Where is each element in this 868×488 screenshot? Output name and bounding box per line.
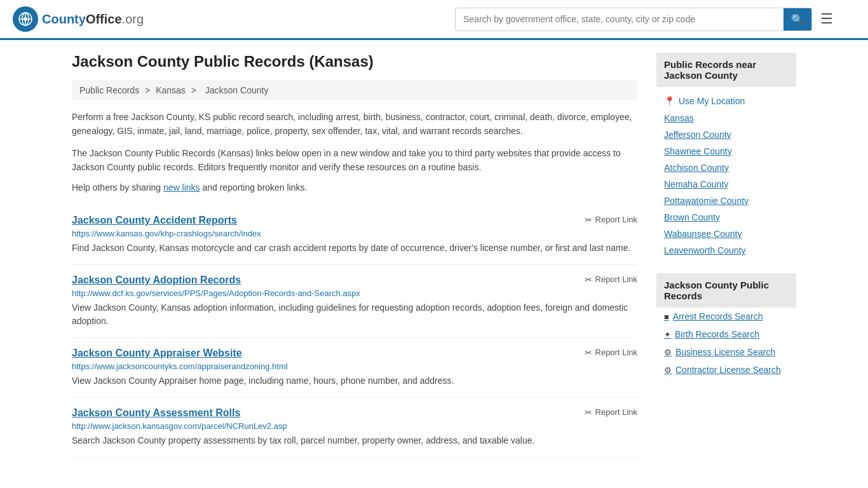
nearby-link-1[interactable]: Jefferson County: [656, 126, 796, 143]
logo-text: CountyOffice.org: [42, 12, 144, 27]
sidebar-record-label-2: Business License Search: [675, 347, 775, 357]
record-desc-2: View Jackson County Appraiser home page,…: [72, 374, 637, 388]
hamburger-icon: ☰: [820, 11, 833, 27]
search-input[interactable]: [456, 8, 783, 30]
report-icon-1: ✂: [585, 274, 592, 285]
nearby-link-3[interactable]: Atchison County: [656, 159, 796, 176]
sidebar-record-label-0: Arrest Records Search: [673, 311, 763, 322]
sidebar-record-3[interactable]: ⚙ Contractor License Search: [656, 361, 796, 379]
intro-paragraph-2: The Jackson County Public Records (Kansa…: [72, 146, 637, 175]
record-url-1[interactable]: http://www.dcf.ks.gov/services/PPS/Pages…: [72, 288, 637, 298]
sidebar: Public Records near Jackson County 📍 Use…: [656, 53, 796, 458]
records-list: Jackson County Accident Reports ✂ Report…: [72, 205, 637, 458]
location-icon: 📍: [664, 96, 675, 106]
nearby-link-4[interactable]: Nemaha County: [656, 176, 796, 193]
record-header: Jackson County Assessment Rolls ✂ Report…: [72, 407, 637, 419]
sidebar-record-icon-3: ⚙: [664, 365, 672, 375]
page-title: Jackson County Public Records (Kansas): [72, 53, 637, 71]
sidebar-record-icon-0: ■: [664, 312, 669, 322]
nearby-title: Public Records near Jackson County: [656, 53, 796, 87]
sidebar-records-list: ■ Arrest Records Search ✦ Birth Records …: [656, 308, 796, 379]
breadcrumb: Public Records > Kansas > Jackson County: [72, 80, 637, 100]
breadcrumb-sep1: >: [145, 85, 153, 95]
nearby-link-2[interactable]: Shawnee County: [656, 143, 796, 159]
record-title-0[interactable]: Jackson County Accident Reports: [72, 215, 237, 226]
records-section: Jackson County Public Records ■ Arrest R…: [656, 273, 796, 379]
record-url-3[interactable]: http://www.jackson.kansasgov.com/parcel/…: [72, 421, 637, 431]
content-area: Jackson County Public Records (Kansas) P…: [72, 53, 637, 458]
report-link-2[interactable]: ✂ Report Link: [585, 348, 637, 358]
sidebar-record-label-3: Contractor License Search: [675, 365, 781, 375]
breadcrumb-sep2: >: [191, 85, 199, 95]
menu-button[interactable]: ☰: [817, 8, 836, 30]
sidebar-record-icon-1: ✦: [664, 330, 671, 339]
record-header: Jackson County Appraiser Website ✂ Repor…: [72, 348, 637, 359]
help-text: Help others by sharing new links and rep…: [72, 182, 637, 193]
breadcrumb-public-records[interactable]: Public Records: [79, 85, 139, 95]
help-text-suffix: and reporting broken links.: [202, 182, 307, 193]
record-item: Jackson County Assessment Rolls ✂ Report…: [72, 398, 637, 458]
record-desc-3: Search Jackson County property assessmen…: [72, 434, 637, 447]
help-text-prefix: Help others by sharing: [72, 182, 161, 193]
report-link-1[interactable]: ✂ Report Link: [585, 274, 637, 285]
new-links-link[interactable]: new links: [163, 182, 200, 193]
record-desc-0: Find Jackson County, Kansas motorcycle a…: [72, 241, 637, 255]
report-icon-2: ✂: [585, 348, 592, 358]
svg-point-5: [24, 17, 27, 21]
nearby-link-0[interactable]: Kansas: [656, 110, 796, 126]
report-icon-0: ✂: [585, 215, 592, 225]
intro-paragraph-1: Perform a free Jackson County, KS public…: [72, 110, 637, 139]
record-title-3[interactable]: Jackson County Assessment Rolls: [72, 407, 240, 419]
records-sidebar-title: Jackson County Public Records: [656, 273, 796, 308]
record-title-2[interactable]: Jackson County Appraiser Website: [72, 348, 242, 359]
use-my-location[interactable]: 📍 Use My Location: [656, 92, 796, 110]
report-icon-3: ✂: [585, 407, 592, 417]
header: CountyOffice.org 🔍 ☰: [0, 0, 868, 40]
report-link-0[interactable]: ✂ Report Link: [585, 215, 637, 225]
search-area: 🔍 ☰: [455, 8, 836, 31]
record-header: Jackson County Adoption Records ✂ Report…: [72, 274, 637, 286]
record-header: Jackson County Accident Reports ✂ Report…: [72, 215, 637, 226]
search-icon: 🔍: [791, 14, 804, 25]
nearby-link-6[interactable]: Brown County: [656, 209, 796, 226]
sidebar-record-label-1: Birth Records Search: [675, 329, 759, 339]
record-item: Jackson County Adoption Records ✂ Report…: [72, 265, 637, 338]
logo-area: CountyOffice.org: [13, 6, 144, 32]
nearby-content: 📍 Use My Location KansasJefferson County…: [656, 87, 796, 264]
breadcrumb-kansas[interactable]: Kansas: [156, 85, 186, 95]
record-desc-1: View Jackson County, Kansas adoption inf…: [72, 301, 637, 328]
nearby-link-7[interactable]: Wabaunsee County: [656, 226, 796, 242]
report-link-3[interactable]: ✂ Report Link: [585, 407, 637, 417]
record-url-0[interactable]: https://www.kansas.gov/khp-crashlogs/sea…: [72, 229, 637, 238]
record-item: Jackson County Appraiser Website ✂ Repor…: [72, 338, 637, 398]
sidebar-record-2[interactable]: ⚙ Business License Search: [656, 343, 796, 361]
sidebar-record-0[interactable]: ■ Arrest Records Search: [656, 308, 796, 325]
nearby-link-8[interactable]: Leavenworth County: [656, 242, 796, 259]
use-my-location-label: Use My Location: [679, 96, 745, 106]
record-title-1[interactable]: Jackson County Adoption Records: [72, 274, 241, 286]
breadcrumb-jackson-county: Jackson County: [205, 85, 269, 95]
nearby-section: Public Records near Jackson County 📍 Use…: [656, 53, 796, 264]
search-button[interactable]: 🔍: [783, 8, 811, 30]
record-item: Jackson County Accident Reports ✂ Report…: [72, 205, 637, 265]
record-url-2[interactable]: https://www.jacksoncountyks.com/appraise…: [72, 362, 637, 371]
main-layout: Jackson County Public Records (Kansas) P…: [59, 40, 809, 470]
logo-icon: [13, 6, 38, 32]
sidebar-record-icon-2: ⚙: [664, 348, 672, 357]
nearby-links-list: KansasJefferson CountyShawnee CountyAtch…: [656, 110, 796, 259]
sidebar-record-1[interactable]: ✦ Birth Records Search: [656, 325, 796, 343]
nearby-link-5[interactable]: Pottawatomie County: [656, 193, 796, 209]
search-input-wrapper: 🔍: [455, 8, 812, 31]
